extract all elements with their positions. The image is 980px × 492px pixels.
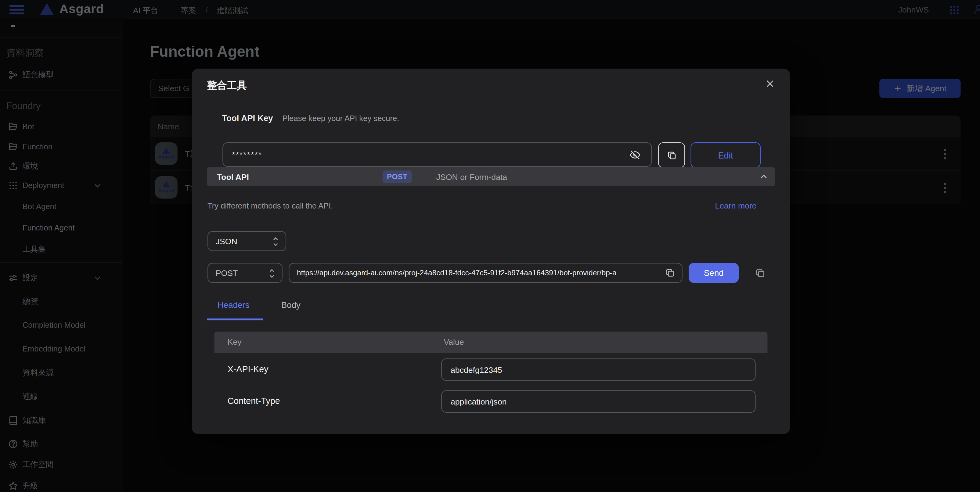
header-key-label: X-API-Key [228, 364, 269, 374]
close-icon[interactable] [765, 79, 775, 89]
learn-more-link[interactable]: Learn more [715, 201, 756, 211]
api-key-hint: Please keep your API key secure. [282, 114, 399, 123]
copy-request-icon[interactable] [755, 268, 766, 279]
integration-tool-modal: 整合工具 Tool API Key Please keep your API k… [192, 68, 790, 434]
api-key-label: Tool API Key [222, 114, 273, 123]
edit-api-key-button[interactable]: Edit [691, 142, 760, 168]
tool-api-label: Tool API [217, 172, 249, 182]
tool-api-accordion-bar[interactable]: Tool API POST JSON or Form-data [207, 167, 775, 186]
copy-icon [667, 150, 677, 160]
send-button[interactable]: Send [689, 263, 739, 283]
active-tab-underline [207, 319, 263, 320]
header-value-input[interactable] [441, 390, 756, 413]
app-viewport: Asgard AI 平台 專案 / 進階測試 JohnWS 資料洞察 [0, 0, 980, 492]
method-badge: POST [383, 170, 412, 183]
api-key-input[interactable] [223, 142, 652, 167]
copy-url-icon[interactable] [665, 268, 675, 278]
api-key-label-row: Tool API Key Please keep your API key se… [222, 114, 399, 123]
format-hint: JSON or Form-data [436, 172, 507, 182]
eye-off-icon[interactable] [630, 149, 641, 161]
header-value-input[interactable] [441, 359, 756, 381]
tab-body[interactable]: Body [281, 300, 301, 310]
api-description: Try different methods to call the API. [207, 202, 333, 211]
method-select-value: POST [216, 268, 238, 278]
select-updown-icon [268, 268, 276, 278]
header-key-label: Content-Type [228, 396, 280, 406]
modal-title: 整合工具 [207, 79, 247, 92]
headers-table-header: Key Value [215, 332, 768, 353]
chevron-up-icon [759, 172, 768, 181]
copy-api-key-button[interactable] [658, 142, 685, 168]
select-updown-icon [272, 236, 280, 246]
request-url-input[interactable] [289, 263, 682, 283]
method-select[interactable]: POST [207, 263, 283, 283]
format-select[interactable]: JSON [207, 231, 286, 251]
column-key: Key [228, 337, 242, 347]
column-value: Value [444, 337, 464, 347]
format-select-value: JSON [216, 236, 237, 246]
tab-headers[interactable]: Headers [218, 300, 250, 310]
